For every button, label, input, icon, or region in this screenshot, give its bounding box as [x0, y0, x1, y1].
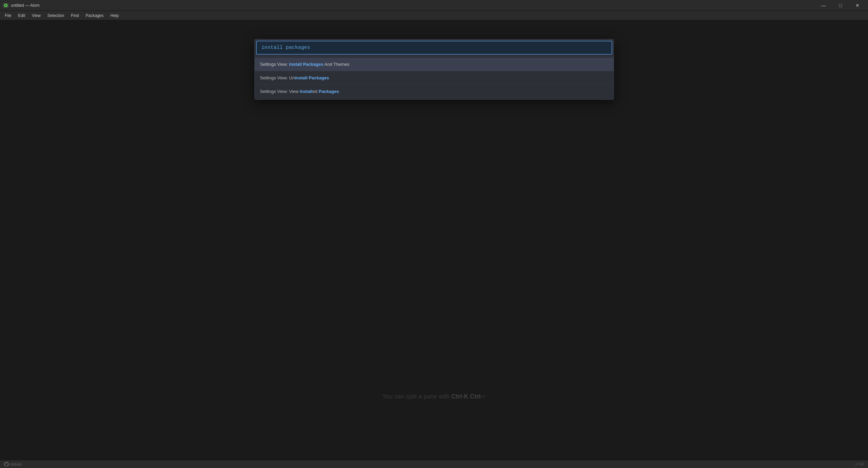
split-hint-text: You can split a pane with	[382, 393, 451, 400]
result-3-prefix: Settings View: View	[260, 89, 300, 94]
result-item-2[interactable]: Settings View: Uninstall Packages	[255, 71, 614, 85]
close-button[interactable]: ✕	[850, 0, 865, 11]
result-2-prefix: Settings View: Un	[260, 75, 295, 80]
menu-item-help[interactable]: Help	[107, 12, 122, 19]
command-palette-input[interactable]	[256, 41, 612, 55]
github-logo-icon	[4, 462, 9, 467]
titlebar-controls: — □ ✕	[816, 0, 865, 11]
restore-button[interactable]: □	[833, 0, 848, 11]
status-right: ⊙ Git	[855, 462, 864, 466]
github-label: GitHub	[10, 462, 22, 466]
menu-item-view[interactable]: View	[28, 12, 44, 19]
command-results: Settings View: Install Packages And Them…	[255, 56, 614, 99]
statusbar-left: GitHub	[4, 462, 851, 467]
command-input-wrapper	[255, 39, 614, 56]
svg-point-1	[5, 4, 6, 6]
result-1-suffix: And Themes	[323, 62, 349, 67]
result-2-highlight: install Packages	[295, 75, 329, 80]
split-pane-hint: You can split a pane with Ctrl-K Ctrl-↑	[382, 393, 485, 400]
command-palette: Settings View: Install Packages And Them…	[254, 39, 614, 100]
statusbar: GitHub ⊙ Git	[0, 460, 868, 468]
menu-item-selection[interactable]: Selection	[44, 12, 67, 19]
minimize-button[interactable]: —	[816, 0, 831, 11]
result-1-highlight: Install Packages	[289, 62, 323, 67]
result-item-3[interactable]: Settings View: View Installed Packages	[255, 85, 614, 98]
titlebar: untitled — Atom — □ ✕	[0, 0, 868, 11]
menu-item-find[interactable]: Find	[67, 12, 82, 19]
github-icon: GitHub	[4, 462, 22, 467]
result-3-mid: ed	[312, 89, 319, 94]
result-3-highlight2: Packages	[319, 89, 339, 94]
menu-item-packages[interactable]: Packages	[82, 12, 107, 19]
menubar: File Edit View Selection Find Packages H…	[0, 11, 868, 20]
result-3-highlight1: Install	[300, 89, 313, 94]
atom-logo-icon	[3, 2, 9, 8]
split-hint-keybind: Ctrl-K Ctrl-↑	[451, 393, 486, 400]
menu-item-edit[interactable]: Edit	[15, 12, 28, 19]
result-item-1[interactable]: Settings View: Install Packages And Them…	[255, 58, 614, 71]
main-area: Settings View: Install Packages And Them…	[0, 20, 868, 468]
result-1-prefix: Settings View:	[260, 62, 289, 67]
menu-item-file[interactable]: File	[1, 12, 15, 19]
titlebar-left: untitled — Atom	[3, 2, 40, 8]
window-title: untitled — Atom	[11, 3, 40, 8]
